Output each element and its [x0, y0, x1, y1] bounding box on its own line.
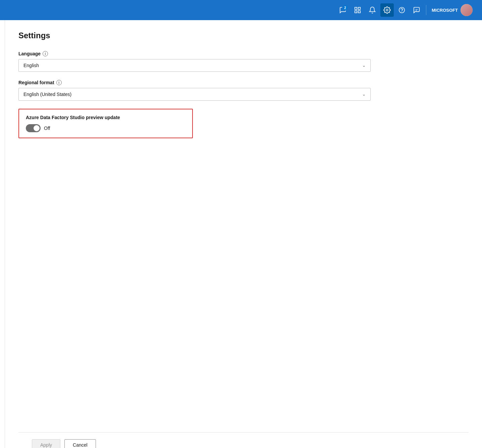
avatar	[461, 4, 473, 16]
nav-divider	[426, 5, 426, 15]
language-label: Language i	[18, 51, 469, 56]
svg-rect-3	[358, 11, 360, 13]
language-info-icon[interactable]: i	[43, 51, 48, 56]
main-layout: Settings Language i English ⌄ Regional f…	[0, 20, 482, 448]
settings-panel: Settings Language i English ⌄ Regional f…	[5, 20, 482, 448]
preview-update-toggle[interactable]	[26, 124, 41, 132]
language-value: English	[23, 63, 39, 68]
svg-point-5	[399, 7, 405, 13]
preview-update-section: Azure Data Factory Studio preview update…	[18, 109, 193, 138]
regional-format-value: English (United States)	[23, 92, 71, 97]
bell-icon[interactable]	[366, 3, 379, 17]
notification-badge: 2	[342, 5, 348, 11]
footer: Apply Cancel	[18, 432, 469, 448]
svg-point-4	[386, 9, 388, 11]
toggle-state-label: Off	[44, 126, 50, 131]
grid-icon[interactable]	[351, 3, 364, 17]
language-group: Language i English ⌄	[18, 51, 469, 72]
apply-button[interactable]: Apply	[32, 439, 60, 448]
sidebar-strip	[0, 20, 5, 448]
gear-icon[interactable]	[380, 3, 394, 17]
regional-format-group: Regional format i English (United States…	[18, 80, 469, 101]
regional-format-label: Regional format i	[18, 80, 469, 85]
username-label: MICROSOFT	[432, 8, 458, 13]
preview-update-title: Azure Data Factory Studio preview update	[26, 115, 185, 120]
regional-format-chevron-icon: ⌄	[362, 92, 366, 97]
user-profile[interactable]: MICROSOFT	[429, 3, 475, 17]
chat-icon[interactable]: 2	[336, 3, 350, 17]
page-title: Settings	[18, 31, 469, 40]
topbar: 2	[0, 0, 482, 20]
feedback-icon[interactable]	[410, 3, 423, 17]
content-spacer	[18, 138, 469, 432]
help-icon[interactable]	[395, 3, 409, 17]
regional-format-select[interactable]: English (United States) ⌄	[18, 88, 371, 101]
toggle-knob	[34, 125, 40, 131]
language-chevron-icon: ⌄	[362, 63, 366, 68]
svg-rect-1	[358, 7, 360, 9]
regional-format-info-icon[interactable]: i	[56, 80, 62, 85]
svg-rect-0	[355, 7, 357, 9]
cancel-button[interactable]: Cancel	[64, 439, 96, 448]
svg-rect-2	[355, 11, 357, 13]
toggle-row: Off	[26, 124, 185, 132]
language-select[interactable]: English ⌄	[18, 59, 371, 72]
